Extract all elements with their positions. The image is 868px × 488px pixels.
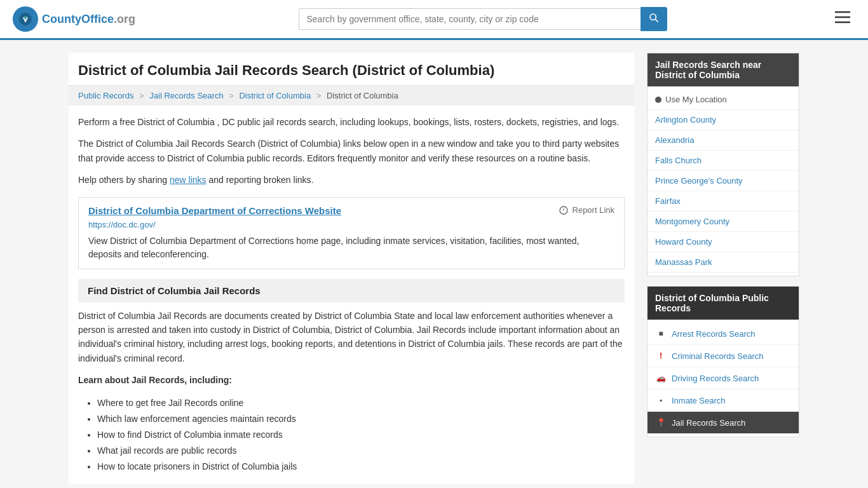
arrest-records-link[interactable]: Arrest Records Search: [672, 329, 756, 339]
content-body: Perform a free District of Columbia , DC…: [69, 105, 634, 484]
logo-county: CountyOffice: [42, 13, 114, 25]
arlington-county-link[interactable]: Arlington County: [655, 115, 716, 125]
intro-3-suffix: and reporting broken links.: [207, 175, 314, 185]
intro-paragraph-2: The District of Columbia Jail Records Se…: [78, 137, 625, 165]
list-item: How to locate prisoners in District of C…: [97, 459, 625, 475]
fairfax-link[interactable]: Fairfax: [655, 196, 681, 206]
sidebar: Jail Records Search near District of Col…: [647, 53, 799, 484]
report-link-label: Report Link: [573, 205, 614, 215]
prince-george-link[interactable]: Prince George's County: [655, 176, 743, 186]
sidebar-item-criminal-records[interactable]: ! Criminal Records Search: [648, 345, 799, 367]
jail-records-search-link[interactable]: Jail Records Search: [672, 418, 745, 428]
record-description: View District of Columbia Department of …: [88, 234, 614, 261]
sidebar-item-arlington[interactable]: Arlington County: [648, 110, 799, 130]
learn-heading: Learn about Jail Records, including:: [78, 373, 625, 387]
nearby-section: Jail Records Search near District of Col…: [647, 53, 799, 276]
location-dot-icon: [655, 97, 661, 103]
sidebar-item-driving-records[interactable]: 🚗 Driving Records Search: [648, 367, 799, 390]
public-records-section: District of Columbia Public Records ■ Ar…: [647, 286, 799, 437]
breadcrumb-sep-1: >: [139, 91, 144, 100]
use-my-location[interactable]: Use My Location: [648, 90, 799, 110]
criminal-records-link[interactable]: Criminal Records Search: [672, 351, 764, 361]
montgomery-county-link[interactable]: Montgomery County: [655, 217, 729, 226]
sidebar-item-howard[interactable]: Howard County: [648, 232, 799, 252]
sidebar-item-falls-church[interactable]: Falls Church: [648, 151, 799, 171]
find-section-header: Find District of Columbia Jail Records: [78, 279, 625, 302]
breadcrumb: Public Records > Jail Records Search > D…: [69, 86, 634, 105]
sidebar-item-jail-records-highlighted[interactable]: 📍 Jail Records Search: [648, 412, 799, 433]
sidebar-item-inmate-search[interactable]: ▪ Inmate Search: [648, 390, 799, 412]
nearby-title: Jail Records Search near District of Col…: [655, 60, 761, 80]
report-link-button[interactable]: Report Link: [559, 205, 614, 215]
breadcrumb-sep-3: >: [316, 91, 322, 100]
jail-records-icon: 📍: [655, 417, 667, 428]
nearby-section-header: Jail Records Search near District of Col…: [648, 53, 799, 86]
svg-point-1: [24, 17, 27, 19]
nearby-items-list: Use My Location Arlington County Alexand…: [648, 86, 799, 276]
alexandria-link[interactable]: Alexandria: [655, 135, 694, 145]
public-records-items: ■ Arrest Records Search ! Criminal Recor…: [648, 320, 799, 437]
logo-suffix: .org: [114, 13, 135, 25]
sidebar-item-montgomery[interactable]: Montgomery County: [648, 212, 799, 232]
list-item: How to find District of Columbia inmate …: [97, 427, 625, 443]
inmate-search-link[interactable]: Inmate Search: [672, 396, 726, 405]
sidebar-item-manassas[interactable]: Manassas Park: [648, 252, 799, 273]
new-links-link[interactable]: new links: [170, 175, 207, 185]
intro-paragraph-3: Help others by sharing new links and rep…: [78, 173, 625, 187]
record-title-link[interactable]: District of Columbia Department of Corre…: [88, 205, 614, 216]
svg-point-2: [650, 14, 656, 20]
sidebar-item-arrest-records[interactable]: ■ Arrest Records Search: [648, 323, 799, 345]
list-item: Which law enforcement agencies maintain …: [97, 411, 625, 427]
find-section-title: Find District of Columbia Jail Records: [88, 285, 615, 296]
howard-county-link[interactable]: Howard County: [655, 237, 712, 247]
breadcrumb-current: District of Columbia: [327, 91, 398, 100]
search-input[interactable]: [299, 8, 641, 30]
use-location-label: Use My Location: [665, 95, 727, 104]
breadcrumb-public-records[interactable]: Public Records: [78, 91, 133, 100]
list-item: Where to get free Jail Records online: [97, 395, 625, 411]
page-title: District of Columbia Jail Records Search…: [69, 53, 634, 86]
logo-area: CountyOffice.org: [13, 6, 135, 32]
record-url[interactable]: https://doc.dc.gov/: [88, 220, 614, 229]
hamburger-menu-button[interactable]: [830, 8, 855, 30]
main-content: District of Columbia Jail Records Search…: [69, 53, 634, 484]
falls-church-link[interactable]: Falls Church: [655, 156, 702, 165]
public-records-header: District of Columbia Public Records: [648, 287, 799, 320]
search-bar: [299, 7, 667, 31]
sidebar-item-alexandria[interactable]: Alexandria: [648, 130, 799, 151]
find-paragraph: District of Columbia Jail Records are do…: [78, 309, 625, 366]
intro-3-prefix: Help others by sharing: [78, 175, 170, 185]
inmate-search-icon: ▪: [655, 395, 667, 406]
record-link-box: Report Link District of Columbia Departm…: [78, 197, 625, 269]
arrest-records-icon: ■: [655, 328, 667, 339]
intro-paragraph-1: Perform a free District of Columbia , DC…: [78, 115, 625, 129]
logo-icon: [13, 6, 38, 32]
sidebar-item-prince-george[interactable]: Prince George's County: [648, 171, 799, 191]
search-button[interactable]: [641, 7, 667, 31]
criminal-records-icon: !: [655, 350, 667, 362]
logo-text: CountyOffice.org: [42, 13, 135, 26]
driving-records-icon: 🚗: [655, 372, 667, 384]
sidebar-item-fairfax[interactable]: Fairfax: [648, 191, 799, 212]
svg-line-3: [655, 19, 658, 22]
learn-bullets-list: Where to get free Jail Records online Wh…: [78, 395, 625, 475]
driving-records-link[interactable]: Driving Records Search: [672, 374, 759, 383]
public-records-title: District of Columbia Public Records: [655, 293, 769, 313]
breadcrumb-dc-state[interactable]: District of Columbia: [239, 91, 311, 100]
list-item: What jail records are public records: [97, 443, 625, 459]
manassas-park-link[interactable]: Manassas Park: [655, 257, 712, 267]
breadcrumb-sep-2: >: [229, 91, 234, 100]
breadcrumb-jail-records[interactable]: Jail Records Search: [149, 91, 223, 100]
